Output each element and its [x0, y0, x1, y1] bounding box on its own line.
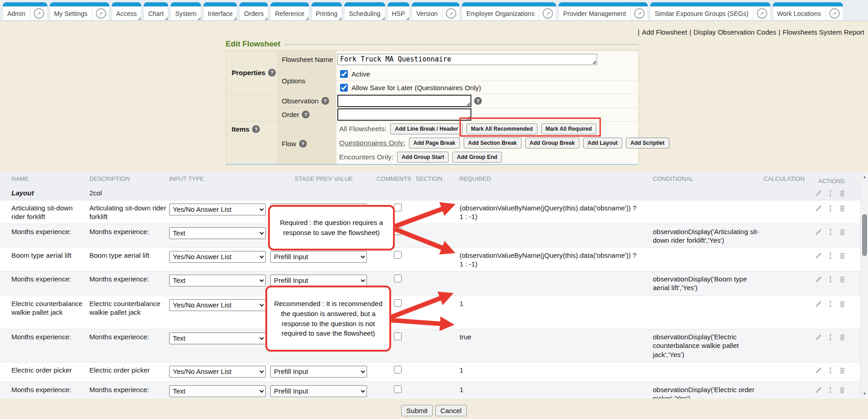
- header-link[interactable]: Add Flowsheet: [642, 28, 687, 36]
- toolbar-button[interactable]: Add Layout: [583, 138, 622, 148]
- nav-tab[interactable]: System: [170, 2, 201, 20]
- header-link[interactable]: Flowsheets System Report: [783, 28, 864, 36]
- input-type-select[interactable]: Text: [169, 227, 266, 239]
- scroll-down-arrow[interactable]: ▼: [861, 390, 868, 398]
- edit-icon[interactable]: [815, 204, 822, 212]
- move-reorder-icon[interactable]: [827, 300, 834, 308]
- delete-icon[interactable]: [838, 276, 846, 283]
- nav-tab-label[interactable]: Work Locations: [773, 6, 826, 20]
- nav-tab[interactable]: Orders: [239, 2, 268, 20]
- toolbar-button[interactable]: Mark All Required: [541, 123, 597, 134]
- edit-icon[interactable]: [815, 367, 822, 374]
- nav-tab[interactable]: Work Locations ↗: [773, 2, 843, 20]
- resize-handle[interactable]: [466, 116, 470, 119]
- comments-checkbox[interactable]: [394, 299, 402, 307]
- nav-tab[interactable]: My Settings ↗: [50, 2, 109, 20]
- move-reorder-icon[interactable]: [827, 276, 834, 283]
- edit-icon[interactable]: [815, 300, 822, 308]
- stage-prev-select[interactable]: Prefill Input: [270, 275, 367, 286]
- open-in-new-icon[interactable]: ↗: [539, 6, 556, 20]
- open-in-new-icon[interactable]: ↗: [92, 6, 109, 20]
- nav-tab[interactable]: Provider Management ↗: [558, 2, 648, 20]
- input-type-select[interactable]: Text: [169, 332, 266, 344]
- toolbar-button[interactable]: Add Scriptlet: [626, 138, 669, 148]
- edit-icon[interactable]: [815, 252, 822, 260]
- nav-tab-label[interactable]: Access: [112, 6, 141, 20]
- move-reorder-icon[interactable]: [827, 252, 834, 260]
- stage-prev-select[interactable]: Prefill Input: [270, 366, 367, 378]
- nav-tab[interactable]: Access: [112, 2, 141, 20]
- nav-tab[interactable]: Employer Organizations ↗: [462, 2, 556, 20]
- nav-tab[interactable]: Printing: [311, 2, 342, 20]
- input-type-select[interactable]: Yes/No Answer List: [169, 366, 266, 378]
- toolbar-button[interactable]: Add Line Break / Header: [390, 123, 463, 134]
- order-input[interactable]: [337, 108, 471, 121]
- questionnaires-only-label[interactable]: Questionnaires Only:: [339, 139, 405, 147]
- nav-tab[interactable]: Scheduling: [344, 2, 385, 20]
- cancel-button[interactable]: Cancel: [435, 405, 467, 416]
- active-checkbox[interactable]: [340, 70, 348, 78]
- help-icon[interactable]: ?: [321, 97, 329, 105]
- input-type-select[interactable]: Text: [169, 275, 266, 286]
- nav-tab[interactable]: Version ↗: [412, 2, 460, 20]
- table-scrollbar[interactable]: ▲ ▼: [860, 172, 868, 399]
- nav-tab-label[interactable]: My Settings: [50, 6, 92, 20]
- delete-icon[interactable]: [838, 300, 846, 308]
- delete-icon[interactable]: [838, 252, 846, 260]
- edit-icon[interactable]: [815, 333, 822, 341]
- delete-icon[interactable]: [838, 189, 846, 197]
- allow-save-checkbox[interactable]: [340, 84, 348, 92]
- nav-tab-label[interactable]: Employer Organizations: [462, 6, 539, 20]
- nav-tab[interactable]: Similar Exposure Groups (SEGs) ↗: [650, 2, 770, 20]
- nav-tab-label[interactable]: Version: [412, 6, 442, 20]
- toolbar-button[interactable]: Add Group Start: [397, 152, 449, 163]
- delete-icon[interactable]: [838, 228, 846, 236]
- nav-tab-label[interactable]: Interface: [203, 6, 237, 20]
- comments-checkbox[interactable]: [394, 251, 402, 259]
- delete-icon[interactable]: [838, 367, 846, 374]
- input-type-select[interactable]: Yes/No Answer List: [169, 204, 266, 215]
- move-reorder-icon[interactable]: [827, 228, 834, 236]
- edit-icon[interactable]: [815, 189, 822, 197]
- comments-checkbox[interactable]: [394, 332, 402, 340]
- input-type-select[interactable]: Yes/No Answer List: [169, 251, 266, 263]
- toolbar-button[interactable]: Mark All Recommended: [466, 123, 537, 134]
- stage-prev-select[interactable]: Prefill Input: [270, 251, 367, 263]
- comments-checkbox[interactable]: [394, 204, 402, 211]
- edit-icon[interactable]: [815, 276, 822, 283]
- submit-button[interactable]: Submit: [401, 405, 433, 416]
- toolbar-button[interactable]: Add Section Break: [464, 138, 522, 148]
- nav-tab-label[interactable]: Scheduling: [344, 6, 385, 20]
- header-link[interactable]: Display Observation Codes: [693, 28, 776, 36]
- help-icon[interactable]: ?: [268, 69, 276, 77]
- resize-handle[interactable]: [466, 102, 470, 106]
- nav-tab-label[interactable]: Similar Exposure Groups (SEGs): [650, 6, 753, 20]
- flowsheet-name-input[interactable]: [337, 54, 597, 65]
- comments-checkbox[interactable]: [394, 366, 402, 373]
- comments-checkbox[interactable]: [394, 385, 402, 393]
- edit-icon[interactable]: [815, 228, 822, 236]
- help-icon[interactable]: ?: [252, 125, 260, 133]
- help-icon[interactable]: ?: [302, 111, 310, 118]
- nav-tab[interactable]: Admin ↗: [3, 2, 47, 20]
- open-in-new-icon[interactable]: ↗: [630, 6, 648, 20]
- open-in-new-icon[interactable]: ↗: [442, 6, 460, 20]
- move-reorder-icon[interactable]: [827, 333, 834, 341]
- delete-icon[interactable]: [838, 386, 846, 394]
- help-icon[interactable]: ?: [299, 140, 307, 148]
- delete-icon[interactable]: [838, 333, 846, 341]
- resize-handle[interactable]: [592, 60, 596, 64]
- nav-tab-label[interactable]: System: [170, 6, 201, 20]
- toolbar-button[interactable]: Add Page Break: [409, 138, 460, 148]
- observation-input[interactable]: [337, 95, 471, 107]
- nav-tab-label[interactable]: Orders: [239, 6, 268, 20]
- nav-tab-label[interactable]: Admin: [3, 6, 30, 20]
- move-reorder-icon[interactable]: [827, 204, 834, 212]
- input-type-select[interactable]: Text: [169, 385, 266, 397]
- nav-tab[interactable]: Interface: [203, 2, 237, 20]
- nav-tab[interactable]: Chart: [144, 2, 168, 20]
- open-in-new-icon[interactable]: ↗: [30, 6, 47, 20]
- move-reorder-icon[interactable]: [827, 386, 834, 394]
- comments-checkbox[interactable]: [394, 275, 402, 282]
- toolbar-button[interactable]: Add Group End: [452, 152, 502, 163]
